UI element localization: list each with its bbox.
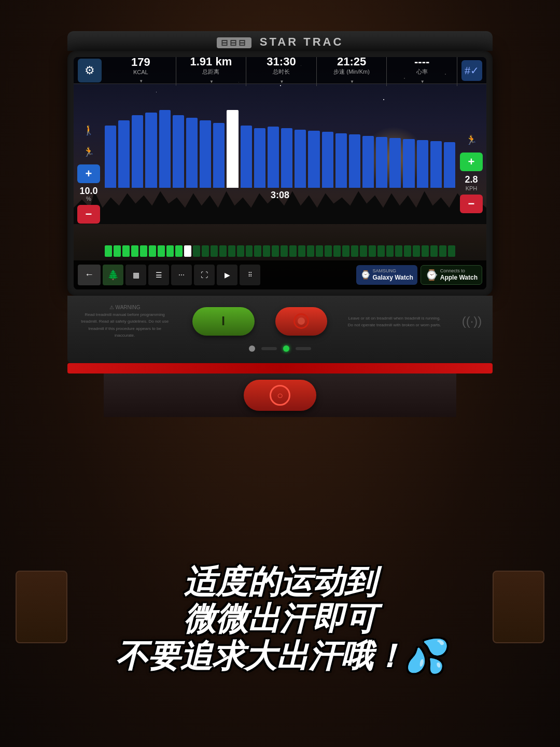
seg-23 (298, 245, 305, 257)
seg-35 (404, 245, 411, 257)
expand-button[interactable]: ⛶ (194, 265, 215, 285)
seg-2 (114, 245, 121, 257)
speed-plus-button[interactable]: + (460, 153, 483, 171)
seg-18 (254, 245, 261, 257)
seg-40 (448, 245, 455, 257)
seg-39 (439, 245, 446, 257)
dots-view-button[interactable]: ⋯ (171, 265, 192, 285)
seg-29 (351, 245, 358, 257)
workout-chart: 3:08 (105, 84, 455, 243)
seg-36 (413, 245, 420, 257)
seg-15 (228, 245, 235, 257)
seg-1 (105, 245, 112, 257)
bar-15 (295, 130, 306, 188)
apps-button[interactable]: ⠿ (240, 265, 260, 285)
bar-19 (349, 134, 360, 188)
treadmill-screen: ⚙ 179 KCAL ▼ 1.91 km 总距离 ▼ 31:30 总时长 ▼ (74, 57, 486, 289)
stat-distance[interactable]: 1.91 km 总距离 ▼ (176, 57, 247, 86)
brand-name: ⊟⊟⊟ STAR TRAC (217, 35, 344, 48)
seg-13 (211, 245, 218, 257)
bluetooth-button[interactable]: #✓ (461, 60, 482, 81)
power-indicator (249, 345, 255, 352)
stat-time[interactable]: 31:30 总时长 ▼ (246, 57, 317, 86)
bar-24 (417, 140, 428, 188)
seg-38 (430, 245, 438, 257)
screen-housing: ⚙ 179 KCAL ▼ 1.91 km 总距离 ▼ 31:30 总时长 ▼ (67, 51, 493, 296)
seg-3 (122, 245, 130, 257)
seg-37 (422, 245, 429, 257)
bar-23 (403, 139, 414, 188)
speed-minus-button[interactable]: − (460, 195, 483, 213)
seg-16 (237, 245, 244, 257)
start-symbol: I (221, 314, 225, 328)
list-view-button[interactable]: ☰ (148, 265, 169, 285)
usb-port (261, 347, 277, 350)
warning-text-right: Leave or sit on treadmill when treadmill… (348, 314, 441, 328)
emergency-stop-circle: ○ (270, 385, 290, 406)
apple-icon: ⌚ (425, 269, 438, 281)
bar-6 (173, 115, 184, 188)
stat-kcal[interactable]: 179 KCAL ▼ (106, 57, 176, 86)
bar-14 (281, 128, 292, 188)
bar-13 (268, 127, 279, 188)
bar-7 (186, 118, 198, 188)
green-indicator (283, 345, 289, 352)
bar-21 (376, 137, 387, 188)
warning-text-left: ⚠ WARNING Read treadmill manual before p… (78, 304, 172, 339)
seg-7 (158, 245, 165, 257)
lower-panel: ○ (104, 374, 456, 417)
apple-watch-badge[interactable]: ⌚ Connects to Apple Watch (421, 265, 482, 285)
brand-logo: ⊟⊟⊟ (217, 37, 251, 48)
seg-32 (377, 245, 385, 257)
seg-28 (342, 245, 349, 257)
seg-34 (395, 245, 402, 257)
stat-pace[interactable]: 21:25 步速 (Min/Km) ▼ (317, 57, 387, 86)
bar-4 (145, 113, 157, 188)
stop-inner (293, 313, 309, 329)
bar-20 (362, 136, 374, 188)
incline-value: 10.0 (79, 186, 97, 196)
control-panel: ⚠ WARNING Read treadmill manual before p… (67, 296, 493, 364)
speed-unit: KPH (465, 185, 478, 191)
progress-bar (105, 244, 455, 258)
right-controls-panel: 🏃 + 2.8 KPH − (456, 84, 486, 260)
bar-10-active (227, 110, 238, 188)
bar-1 (105, 126, 116, 188)
seg-17 (246, 245, 253, 257)
seg-22 (289, 245, 297, 257)
seg-26 (325, 245, 332, 257)
samsung-watch-badge[interactable]: ⌚ SAMSUNG Galaxy Watch (356, 265, 417, 285)
grid-view-button[interactable]: ▦ (125, 265, 146, 285)
incline-plus-button[interactable]: + (77, 164, 100, 183)
play-button[interactable]: ▶ (217, 265, 237, 285)
stat-heart-rate[interactable]: ---- 心率 ▼ (387, 57, 457, 86)
bar-9 (213, 123, 225, 188)
program-button[interactable]: 🌲 (103, 265, 123, 285)
workout-icon-left: ⚙ (78, 59, 102, 82)
brand-bar: ⊟⊟⊟ STAR TRAC (67, 31, 493, 51)
incline-unit: % (79, 196, 97, 202)
seg-20 (272, 245, 279, 257)
bar-18 (335, 133, 347, 188)
bar-16 (308, 131, 319, 188)
bar-26 (444, 142, 455, 188)
seg-12 (202, 245, 209, 257)
walk-icon: 🚶 (77, 121, 100, 140)
incline-minus-button[interactable]: − (77, 205, 100, 224)
bar-3 (132, 115, 143, 188)
seg-21 (281, 245, 288, 257)
seg-19 (263, 245, 270, 257)
bar-17 (322, 132, 333, 188)
seg-5 (140, 245, 147, 257)
back-button[interactable]: ← (78, 265, 101, 285)
seg-9 (175, 245, 183, 257)
run-icon: 🏃 (77, 143, 100, 161)
bar-2 (118, 120, 130, 188)
treadmill-body: ⊟⊟⊟ STAR TRAC (31, 31, 529, 417)
indicator-lights-row (78, 342, 482, 355)
stop-button[interactable] (275, 307, 327, 336)
bar-chart (105, 94, 455, 188)
nfc-zone: ((·)) (462, 314, 482, 328)
emergency-stop-button[interactable]: ○ (244, 380, 316, 411)
start-button[interactable]: I (192, 307, 255, 336)
